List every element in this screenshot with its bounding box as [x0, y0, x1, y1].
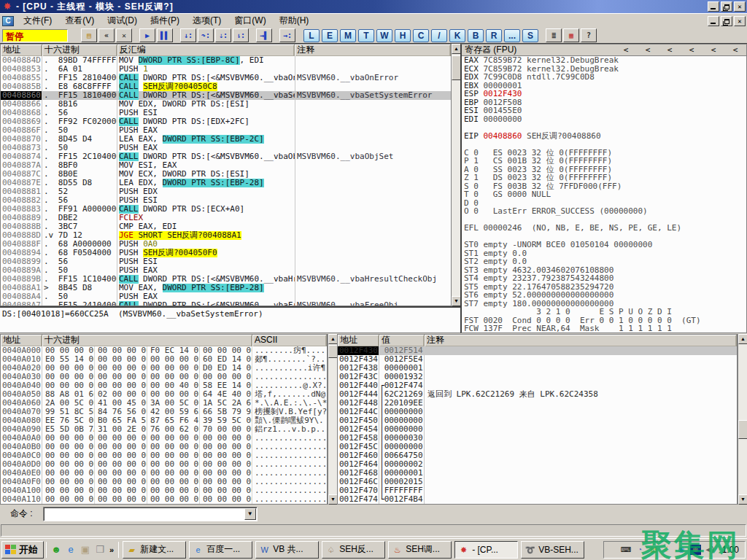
disasm-row[interactable]: 0040888F. 68 A0000000PUSH 0A0	[1, 240, 451, 249]
register-line[interactable]	[462, 123, 746, 132]
stack-scrollbar[interactable]: ▲ ▼	[738, 334, 747, 505]
stack-row[interactable]: 0012F44C│00000000	[338, 408, 737, 416]
quicklaunch-chevron[interactable]: »	[109, 545, 114, 554]
toolbar-letter-M[interactable]: M	[340, 29, 356, 42]
register-line[interactable]	[462, 140, 746, 149]
dump-row[interactable]: 0040A0602A 00 5C 0041 00 45 003A 00 5C 0…	[1, 399, 327, 408]
dump-row[interactable]: 0040A080EE 76 5C 00B0 65 FA 5E87 65 F6 4…	[1, 416, 327, 425]
dump-col-header[interactable]: 地址	[1, 335, 42, 346]
register-line[interactable]: EBP 0012F508	[462, 98, 746, 107]
dump-row[interactable]: 0040A00000 00 00 0000 00 00 00F0 EC 14 0…	[1, 346, 327, 355]
toolbar-letter-R[interactable]: R	[486, 29, 502, 42]
toolbar-letter-E[interactable]: E	[322, 29, 338, 42]
register-line[interactable]: FST 0020 Cond 0 0 0 0 Err 0 0 1 0 0 0 0 …	[462, 316, 746, 325]
register-line[interactable]: EDX 7C99C0D8 ntdll.7C99C0D8	[462, 73, 746, 82]
stack-row[interactable]: 0012F474└0012F4B4	[338, 495, 737, 504]
disasm-col-header[interactable]: 十六进制	[42, 44, 117, 56]
disasm-row[interactable]: 00408894. 68 F0504000PUSH SEH反调?004050F0	[1, 249, 451, 257]
disassembly-pane[interactable]: 地址十六进制反汇编注释 0040884D. 89BD 74FFFFFFMOV D…	[0, 44, 451, 306]
tray-keyboard-icon[interactable]: ⌨	[621, 545, 632, 555]
stack-row[interactable]: 0012F43C 00001932	[338, 373, 737, 381]
dump-row[interactable]: 0040A04000 00 00 0000 00 00 0000 00 40 0…	[1, 381, 327, 390]
disasm-row[interactable]: 00408866. 8B16MOV EDX, DWORD PTR DS:[ESI…	[1, 100, 451, 109]
register-line[interactable]: A 0 SS 0023 32 位 0(FFFFFFFF)	[462, 166, 746, 174]
disasm-row[interactable]: 004088A1> 8B45 D8MOV EAX, DWORD PTR SS:[…	[1, 284, 451, 292]
register-line[interactable]: ST0 empty -UNORM BCE0 01050104 00000000	[462, 241, 746, 249]
dump-col-header[interactable]: 十六进制	[42, 335, 252, 346]
dump-row[interactable]: 0040A11000 00 00 0000 00 00 0000 00 00 0…	[1, 495, 327, 504]
stack-row[interactable]: 0012F470│FFFFFFFF	[338, 486, 737, 495]
toolbar-letter-dots[interactable]: ...	[504, 29, 520, 42]
disasm-row[interactable]: 00408869. FF92 FC020000CALL DWORD PTR DS…	[1, 117, 451, 126]
disasm-row[interactable]: 00408899. 56PUSH ESI	[1, 257, 451, 266]
dump-row[interactable]: 0040A0F000 00 00 0000 00 00 0000 00 00 0…	[1, 478, 327, 486]
register-line[interactable]: EIP 00408860 SEH反调?00408860	[462, 132, 746, 141]
register-line[interactable]: FCW 137F Prec NEAR,64 Mask 1 1 1 1 1 1	[462, 324, 746, 333]
disasm-row[interactable]: 00408860. FF15 18104000CALL DWORD PTR DS…	[1, 91, 451, 100]
stack-row[interactable]: 0012F45C│00000000	[338, 443, 737, 451]
taskbar-task-folder[interactable]: ▰新建文...	[123, 541, 186, 559]
dump-row[interactable]: 0040A010E0 55 14 0000 00 00 0000 00 00 0…	[1, 355, 327, 364]
register-line[interactable]: ST5 empty 22.176470588235294720	[462, 283, 746, 292]
disasm-row[interactable]: 004088A4. 50PUSH EAX	[1, 292, 451, 301]
restore-button[interactable]	[721, 1, 732, 12]
toolbar-letter-W[interactable]: W	[376, 29, 392, 42]
cpu-window-icon[interactable]: C	[2, 16, 14, 26]
toolbar-letter-S[interactable]: S	[522, 29, 538, 42]
disasm-row[interactable]: 0040888D.v 7D 12JGE SHORT SEH反调?004088A1	[1, 231, 451, 240]
disasm-row[interactable]: 00408855. FF15 28104000CALL DWORD PTR DS…	[1, 74, 451, 82]
disasm-row[interactable]: 00408853. 6A 01PUSH 1	[1, 65, 451, 74]
appearance-button[interactable]: ▦	[563, 28, 579, 42]
disasm-row[interactable]: 004088A7. FF15 24104000CALL DWORD PTR DS…	[1, 301, 451, 306]
register-line[interactable]: S 0 FS 003B 32 位 7FFDF000(FFF)	[462, 182, 746, 191]
menu-item-6[interactable]: 帮助(H)	[273, 13, 316, 28]
register-line[interactable]: D 0	[462, 199, 746, 208]
step-into-button[interactable]: ↓:	[180, 28, 196, 42]
close-program-button[interactable]: ✕	[116, 28, 132, 42]
registers-history-arrows[interactable]: <<<<<<	[615, 44, 746, 55]
disasm-row[interactable]: 00408881. 52PUSH EDX	[1, 187, 451, 196]
toolbar-letter-K[interactable]: K	[449, 29, 465, 42]
stack-row[interactable]: 0012F458│00000030	[338, 434, 737, 443]
register-line[interactable]: ST3 empty 4632.0034602076108800	[462, 266, 746, 275]
register-line[interactable]: EBX 00000001	[462, 82, 746, 90]
stack-row[interactable]: 0012F468│00000001	[338, 469, 737, 478]
register-line[interactable]: Z 1 DS 0023 32 位 0(FFFFFFFF)	[462, 174, 746, 182]
hex-dump-pane[interactable]: 地址十六进制ASCII 0040A00000 00 00 0000 00 00 …	[0, 334, 328, 505]
command-input[interactable]: ▼	[43, 507, 258, 521]
open-file-button[interactable]: ▤	[81, 28, 97, 42]
taskbar-task-word[interactable]: WVB 共...	[255, 541, 319, 559]
menu-item-5[interactable]: 窗口(W)	[228, 13, 272, 28]
register-line[interactable]: T 0 GS 0000 NULL	[462, 190, 746, 199]
register-line[interactable]	[462, 216, 746, 225]
disasm-row[interactable]: 0040886F. 50PUSH EAX	[1, 126, 451, 135]
quicklaunch-msn-icon[interactable]: ☻	[50, 543, 63, 556]
disasm-row[interactable]: 0040887A. 8BF0MOV ESI, EAX	[1, 161, 451, 170]
disasm-row[interactable]: 0040888B. 3BC7CMP EAX, EDI	[1, 222, 451, 231]
trace-into-button[interactable]: ⇣:	[215, 28, 231, 42]
stack-col-header[interactable]: 地址	[338, 335, 379, 346]
start-button[interactable]: 开始	[1, 541, 44, 559]
stack-row[interactable]: 0012F46C│00002015	[338, 478, 737, 486]
quicklaunch-desktop-icon[interactable]: ❒	[93, 543, 107, 556]
register-line[interactable]: 3 2 1 0 E S P U O Z D I	[462, 308, 746, 316]
disasm-row[interactable]: 00408882. 56PUSH ESI	[1, 196, 451, 205]
dump-row[interactable]: 0040A0C000 00 00 0000 00 00 0000 00 00 0…	[1, 451, 327, 460]
registers-pane[interactable]: 寄存器 (FPU) <<<<<< EAX 7C859B72 kernel32.D…	[460, 44, 747, 333]
toolbar-letter-B[interactable]: B	[468, 29, 484, 42]
dump-scrollbar[interactable]: ▲ ▼	[328, 334, 337, 505]
pause-button[interactable]: ▌▌	[157, 28, 173, 42]
close-button[interactable]: ✕	[734, 1, 746, 12]
mdi-restore-button[interactable]	[721, 16, 732, 26]
register-line[interactable]: ST4 empty 23237.792387543244800	[462, 274, 746, 283]
register-line[interactable]: ESP 0012F430	[462, 90, 746, 98]
disasm-row[interactable]: 0040884D. 89BD 74FFFFFFMOV DWORD PTR SS:…	[1, 56, 451, 65]
stack-row[interactable]: 0012F448│220109EE	[338, 399, 737, 408]
dump-row[interactable]: 0040A0B000 00 00 0000 00 00 0000 00 00 0…	[1, 443, 327, 451]
toolbar-letter-C[interactable]: C	[413, 29, 429, 42]
dump-row[interactable]: 0040A02000 00 00 0000 00 00 0000 00 00 0…	[1, 364, 327, 373]
disasm-col-header[interactable]: 反汇编	[117, 44, 295, 56]
register-line[interactable]: ST6 empty 52.000000000000000000	[462, 291, 746, 300]
dump-row[interactable]: 0040A05088 A8 01 6602 00 00 0000 00 00 0…	[1, 390, 327, 399]
dump-row[interactable]: 0040A0A000 00 00 0000 00 00 0000 00 00 0…	[1, 434, 327, 443]
